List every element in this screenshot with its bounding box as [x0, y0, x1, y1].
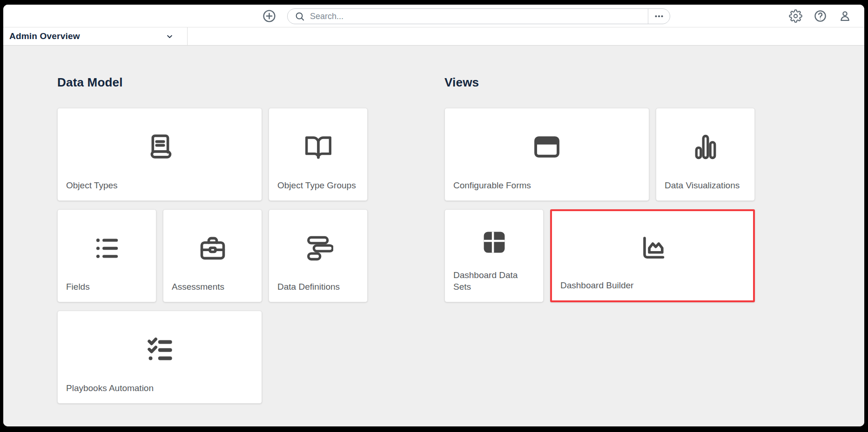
section-data-model: Data ModelObject TypesObject Type Groups… — [57, 75, 368, 404]
card-label: Configurable Forms — [445, 179, 649, 200]
checklist-icon — [58, 311, 262, 382]
card-data-definitions[interactable]: Data Definitions — [269, 209, 368, 302]
data-bars-icon — [269, 210, 367, 281]
card-label: Dashboard Builder — [552, 279, 753, 300]
card-label: Dashboard Data Sets — [445, 269, 543, 302]
search-input[interactable] — [309, 11, 648, 22]
section-title: Data Model — [57, 75, 368, 89]
card-object-types[interactable]: Object Types — [57, 108, 262, 201]
card-label: Data Visualizations — [656, 179, 754, 200]
dropdown-label: Admin Overview — [9, 31, 80, 41]
card-dashboard-data-sets[interactable]: Dashboard Data Sets — [444, 209, 544, 302]
card-assessments[interactable]: Assessments — [163, 209, 262, 302]
window-icon — [445, 108, 649, 179]
card-label: Playbooks Automation — [58, 382, 262, 403]
topbar-actions — [789, 5, 852, 27]
user-button[interactable] — [838, 9, 852, 23]
help-button[interactable] — [814, 9, 827, 23]
card-playbooks-automation[interactable]: Playbooks Automation — [57, 311, 262, 404]
list-icon — [58, 210, 156, 281]
table-grid-icon — [445, 210, 543, 269]
book-icon — [58, 108, 262, 179]
section-title: Views — [444, 75, 755, 89]
card-fields[interactable]: Fields — [57, 209, 156, 302]
book-open-icon — [269, 108, 367, 179]
briefcase-icon — [163, 210, 262, 281]
search-bar[interactable] — [287, 8, 670, 24]
card-grid: Configurable FormsData VisualizationsDas… — [444, 108, 755, 302]
card-dashboard-builder[interactable]: Dashboard Builder — [550, 209, 755, 302]
settings-button[interactable] — [789, 9, 802, 23]
app-window: Admin Overview Data ModelObject TypesObj… — [3, 5, 864, 426]
card-data-visualizations[interactable]: Data Visualizations — [656, 108, 755, 201]
search-icon — [295, 11, 305, 22]
card-label: Object Type Groups — [269, 179, 367, 200]
card-label: Object Types — [58, 179, 262, 200]
help-icon — [814, 9, 827, 23]
plus-circle-icon — [262, 9, 276, 23]
section-views: ViewsConfigurable FormsData Visualizatio… — [444, 75, 755, 302]
create-button[interactable] — [262, 9, 276, 23]
admin-overview-dropdown[interactable]: Admin Overview — [3, 27, 188, 45]
user-icon — [838, 9, 852, 23]
search-options-button[interactable] — [648, 9, 670, 24]
nav-bar: Admin Overview — [3, 27, 864, 46]
ellipsis-icon — [653, 11, 665, 22]
card-label: Data Definitions — [269, 281, 367, 302]
area-chart-icon — [552, 211, 753, 279]
gear-icon — [789, 9, 802, 23]
bar-chart-icon — [656, 108, 754, 179]
card-object-type-groups[interactable]: Object Type Groups — [269, 108, 368, 201]
card-label: Assessments — [163, 281, 262, 302]
admin-content: Data ModelObject TypesObject Type Groups… — [3, 46, 864, 426]
card-label: Fields — [58, 281, 156, 302]
screen-frame: Admin Overview Data ModelObject TypesObj… — [0, 0, 868, 432]
top-header — [3, 5, 864, 27]
card-configurable-forms[interactable]: Configurable Forms — [444, 108, 649, 201]
card-grid: Object TypesObject Type GroupsFieldsAsse… — [57, 108, 368, 404]
chevron-down-icon — [165, 32, 174, 41]
